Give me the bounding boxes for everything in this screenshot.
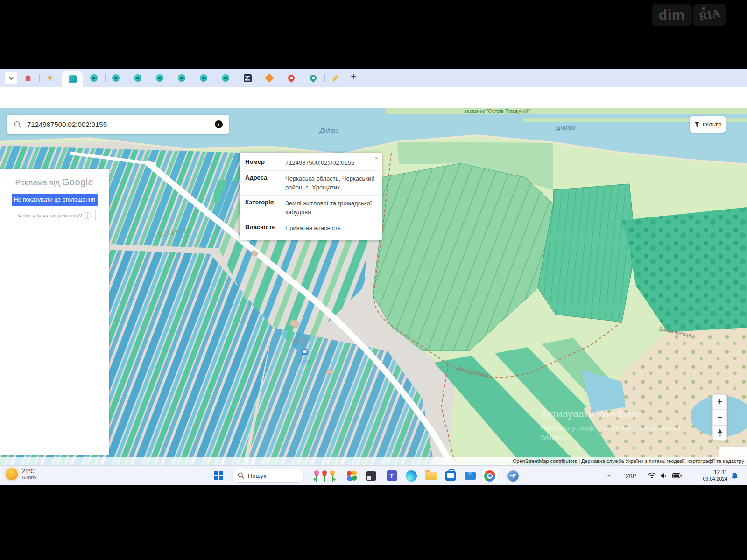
tab-gem[interactable] — [265, 74, 274, 82]
tab-dim-5[interactable] — [177, 74, 186, 82]
zoom-in-button[interactable]: + — [712, 394, 727, 410]
tab-dim-7[interactable] — [221, 74, 230, 82]
tab-dim-3[interactable] — [134, 74, 142, 82]
search-input[interactable] — [26, 120, 208, 129]
z-app-icon — [244, 74, 252, 82]
weather-temperature: 21°C — [22, 468, 36, 475]
wifi-indicator[interactable] — [648, 466, 656, 486]
dim-favicon — [222, 74, 229, 82]
weather-widget[interactable]: 21°C Sunny — [6, 468, 36, 480]
popup-close-button[interactable]: × — [374, 154, 378, 161]
ad-back-button[interactable]: ← — [3, 174, 9, 182]
task-view-icon — [366, 471, 376, 481]
taskbar-app-taskview[interactable] — [363, 468, 379, 483]
river-label: Дніпро — [319, 127, 339, 134]
tab-sparkle[interactable] — [46, 74, 54, 82]
tab-home[interactable] — [24, 74, 32, 82]
tab-kadastr-active[interactable] — [62, 71, 83, 87]
info-icon: i — [85, 212, 91, 219]
edge-icon — [406, 470, 417, 482]
map-pin-icon — [287, 73, 296, 83]
cadastral-search-bar: i — [7, 115, 229, 134]
hide-ad-button[interactable]: Не показувати це оголошення — [12, 194, 98, 206]
tab-z-app[interactable] — [243, 74, 252, 82]
notification-bell[interactable] — [731, 466, 738, 486]
google-ad-panel: ← Реклама від Google Не показувати це ог… — [0, 169, 109, 455]
tab-dim-6[interactable] — [199, 74, 208, 82]
ad-panel-title: Реклама від Google — [0, 177, 109, 188]
search-icon — [14, 121, 21, 128]
why-ad-button[interactable]: Чому я бачу цю рекламу? i — [14, 210, 96, 221]
taskbar-app-teams[interactable]: T — [384, 468, 400, 483]
ria-logo-text: ★ RIA — [693, 4, 726, 26]
chrome-icon — [484, 470, 495, 482]
taskbar-app-store[interactable] — [443, 468, 458, 483]
tab-marker[interactable] — [331, 74, 339, 82]
compass-north-icon — [718, 429, 722, 433]
dim-ria-logo: dim ★ RIA — [652, 4, 726, 26]
dim-logo-text: dim — [652, 4, 692, 26]
sparkle-icon — [47, 75, 54, 82]
start-button[interactable] — [214, 471, 223, 480]
microsoft-store-icon — [445, 471, 456, 481]
taskbar-app-tulips[interactable] — [311, 468, 338, 483]
mail-icon — [465, 472, 476, 480]
taskbar-app-explorer[interactable] — [423, 468, 439, 483]
browser-toolbar: ← → kadastr.live/#16.09/49.624473/31.643… — [0, 87, 747, 108]
battery-icon — [672, 473, 682, 478]
popup-row-category: Категорія Землі житлової та громадської … — [240, 195, 382, 220]
orange-gem-icon — [265, 73, 274, 83]
photos-icon — [347, 471, 357, 481]
hamlet-label: Хутір — [292, 337, 306, 344]
taskbar-clock[interactable]: 12:11 09.04.2024 — [690, 466, 727, 486]
compass-reset-button[interactable] — [712, 425, 727, 441]
screen: dim ★ RIA + — [0, 0, 747, 560]
tab-dim-4[interactable] — [155, 74, 164, 82]
sun-icon — [6, 468, 18, 480]
bus-stop-label: хутір — [299, 358, 310, 364]
taskbar-app-photos[interactable] — [344, 468, 359, 483]
browser-tab-strip: + × — [0, 69, 747, 87]
yellow-marker-icon — [332, 75, 339, 82]
info-icon: i — [215, 120, 223, 128]
taskbar-app-plane[interactable] — [505, 468, 521, 483]
map-pin-icon — [309, 73, 318, 83]
popup-row-address: Адреса Черкаська область, Черкаський рай… — [240, 170, 382, 195]
parcel-info-button[interactable]: i — [208, 120, 229, 128]
taskbar-search[interactable]: Пошук — [232, 469, 304, 483]
dim-favicon — [200, 74, 207, 82]
popup-row-number: Номер 7124987500:02:002:0155 — [240, 155, 382, 170]
parcel-info-popup: × Номер 7124987500:02:002:0155 Адреса Че… — [240, 153, 382, 240]
map-attribution[interactable]: OpenStreetMap contributors | Державна сл… — [0, 457, 747, 465]
language-switcher[interactable]: УКР — [626, 466, 636, 486]
taskbar-app-edge[interactable] — [403, 468, 419, 483]
paper-plane-icon — [507, 470, 519, 482]
taskbar-app-chrome[interactable] — [482, 468, 498, 483]
battery-indicator[interactable] — [672, 466, 682, 486]
zoom-out-button[interactable]: − — [712, 410, 727, 425]
tray-chevron-button[interactable]: ^ — [607, 466, 611, 486]
filter-funnel-icon — [694, 122, 700, 127]
filter-button-label: Фільтр — [703, 121, 722, 128]
wifi-icon — [648, 473, 656, 479]
map-zoom-control: + − — [712, 394, 727, 441]
new-tab-button[interactable]: + — [349, 72, 358, 81]
clock-date: 09.04.2024 — [703, 476, 727, 482]
taskbar-app-mail[interactable] — [462, 468, 478, 483]
tab-dim-1[interactable] — [90, 74, 98, 82]
tab-search-chevron-button[interactable] — [5, 72, 17, 84]
tab-maps-1[interactable] — [287, 74, 296, 82]
dim-favicon — [134, 74, 141, 82]
filter-button[interactable]: Фільтр — [690, 116, 726, 133]
dim-favicon — [156, 74, 163, 82]
volume-indicator[interactable] — [660, 466, 667, 486]
windows-taskbar: 21°C Sunny Пошук — [0, 465, 747, 485]
tab-maps-2[interactable] — [309, 74, 317, 82]
clock-time: 12:11 — [703, 469, 727, 476]
river-label: Дніпро — [556, 124, 576, 131]
home-icon — [25, 75, 32, 81]
google-wordmark: Google — [62, 177, 94, 187]
tab-dim-2[interactable] — [112, 74, 120, 82]
popup-row-ownership: Власність Приватна власність — [240, 220, 382, 236]
dim-favicon — [90, 74, 98, 82]
